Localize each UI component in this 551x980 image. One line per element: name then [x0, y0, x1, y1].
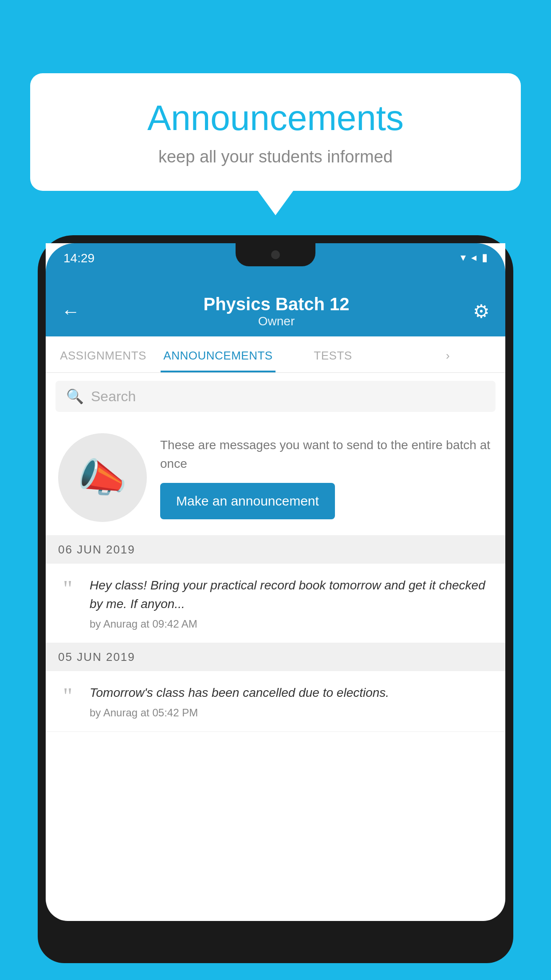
phone-mockup: 14:29 ▾ ◂ ▮ ← Physics Batch 12 Owner ⚙: [38, 235, 513, 980]
back-button[interactable]: ←: [61, 302, 80, 321]
announcement-prompt: 📣 These are messages you want to send to…: [46, 420, 505, 536]
search-bar: 🔍 Search: [46, 373, 505, 420]
speech-bubble-card: Announcements keep all your students inf…: [30, 73, 521, 191]
date-separator-1: 06 JUN 2019: [46, 536, 505, 564]
date-separator-2: 05 JUN 2019: [46, 643, 505, 671]
announcement-text-1: Hey class! Bring your practical record b…: [90, 576, 493, 613]
announcement-content-1: Hey class! Bring your practical record b…: [90, 576, 493, 630]
settings-icon[interactable]: ⚙: [473, 300, 490, 322]
tab-assignments[interactable]: ASSIGNMENTS: [46, 336, 161, 372]
search-input-wrapper[interactable]: 🔍 Search: [55, 381, 496, 412]
announcement-content-2: Tomorrow's class has been cancelled due …: [90, 684, 493, 719]
announcement-text-group: These are messages you want to send to t…: [160, 436, 493, 519]
notch: [236, 243, 315, 266]
camera-dot: [271, 250, 280, 259]
signal-icon: ◂: [471, 251, 476, 264]
speech-bubble-title: Announcements: [57, 98, 494, 138]
announcement-meta-1: by Anurag at 09:42 AM: [90, 618, 493, 630]
phone-frame: 14:29 ▾ ◂ ▮ ← Physics Batch 12 Owner ⚙: [38, 235, 513, 963]
wifi-icon: ▾: [460, 251, 466, 264]
announcement-description: These are messages you want to send to t…: [160, 436, 493, 473]
announcement-item-1[interactable]: " Hey class! Bring your practical record…: [46, 564, 505, 643]
header-title-group: Physics Batch 12 Owner: [203, 294, 349, 328]
tab-more[interactable]: ›: [390, 336, 505, 372]
tab-announcements[interactable]: ANNOUNCEMENTS: [161, 336, 276, 372]
header-subtitle: Owner: [203, 314, 349, 328]
speech-bubble-subtitle: keep all your students informed: [57, 147, 494, 166]
megaphone-icon: 📣: [78, 454, 127, 501]
status-icons: ▾ ◂ ▮: [460, 251, 488, 264]
quote-icon-2: ": [55, 687, 80, 719]
speech-bubble-section: Announcements keep all your students inf…: [30, 73, 521, 215]
status-time: 14:29: [63, 251, 94, 265]
tabs-bar: ASSIGNMENTS ANNOUNCEMENTS TESTS ›: [46, 336, 505, 373]
quote-icon-1: ": [55, 580, 80, 630]
app-header: ← Physics Batch 12 Owner ⚙: [46, 285, 505, 336]
header-title: Physics Batch 12: [203, 294, 349, 314]
announcement-item-2[interactable]: " Tomorrow's class has been cancelled du…: [46, 671, 505, 732]
battery-icon: ▮: [482, 251, 488, 264]
phone-screen: 14:29 ▾ ◂ ▮ ← Physics Batch 12 Owner ⚙: [46, 243, 505, 921]
tab-tests[interactable]: TESTS: [276, 336, 390, 372]
search-icon: 🔍: [66, 388, 84, 405]
megaphone-circle: 📣: [58, 433, 147, 522]
announcement-text-2: Tomorrow's class has been cancelled due …: [90, 684, 493, 702]
make-announcement-button[interactable]: Make an announcement: [160, 483, 335, 519]
search-placeholder: Search: [91, 388, 136, 405]
announcement-meta-2: by Anurag at 05:42 PM: [90, 707, 493, 719]
status-bar: 14:29 ▾ ◂ ▮: [46, 243, 505, 285]
speech-bubble-tail: [258, 191, 293, 215]
